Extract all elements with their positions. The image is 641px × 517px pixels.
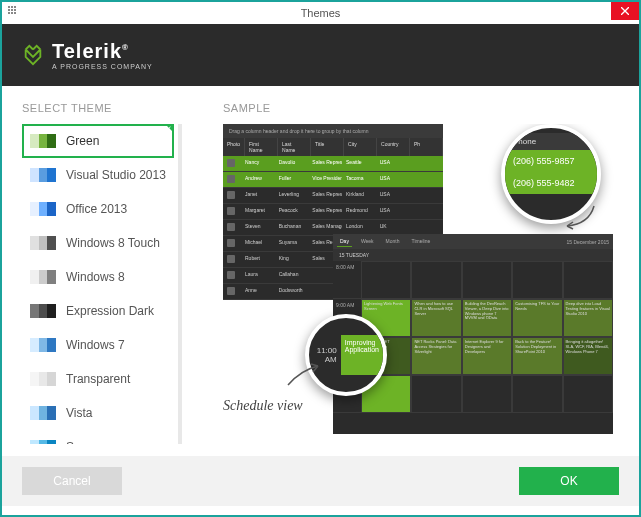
theme-swatch-icon: [30, 338, 56, 352]
theme-swatch-icon: [30, 440, 56, 444]
table-row: MargaretPeacockSales RepresentativeRedmo…: [223, 204, 443, 220]
sample-heading: SAMPLE: [223, 102, 619, 114]
close-icon: [621, 7, 629, 15]
appointment: Deep dive into Load Testing features in …: [563, 299, 613, 337]
theme-label: Visual Studio 2013: [66, 168, 166, 182]
brand-reg: ®: [122, 43, 129, 52]
lens-phone-1: (206) 555-9857: [505, 150, 597, 172]
theme-swatch-icon: [30, 202, 56, 216]
theme-swatch-icon: [30, 372, 56, 386]
appointment: Internet Explorer 9 for Designers and De…: [462, 337, 512, 375]
table-row: JanetLeverlingSales RepresentativeKirkla…: [223, 188, 443, 204]
grid-columns: PhotoFirst NameLast NameTitleCityCountry…: [223, 138, 443, 156]
grid-column-header: City: [344, 138, 377, 156]
grid-annotation: Grid view: [553, 124, 609, 126]
appointment: Back to the Feature! Solution Deployment…: [512, 337, 562, 375]
lens-block: Improving Application: [341, 335, 383, 375]
grid-group-hint: Drag a column header and drop it here to…: [223, 124, 443, 138]
brand-name: Telerik: [52, 40, 122, 62]
grid-column-header: Last Name: [278, 138, 311, 156]
close-button[interactable]: [611, 2, 639, 20]
theme-item[interactable]: Windows 7: [22, 328, 174, 362]
theme-swatch-icon: [30, 236, 56, 250]
svg-rect-2: [14, 6, 16, 8]
theme-label: Summer: [66, 440, 111, 444]
sample-preview: Drag a column header and drop it here to…: [223, 124, 619, 444]
schedule-tab: Month: [383, 236, 403, 247]
theme-label: Transparent: [66, 372, 130, 386]
avatar: [223, 204, 241, 219]
schedule-arrow-icon: [283, 360, 323, 394]
theme-item[interactable]: Office 2013: [22, 192, 174, 226]
theme-swatch-icon: [30, 406, 56, 420]
schedule-tabs: DayWeekMonthTimeline: [337, 236, 433, 247]
svg-rect-5: [14, 9, 16, 11]
app-menu-icon[interactable]: [8, 6, 18, 16]
theme-item[interactable]: Windows 8: [22, 260, 174, 294]
dialog-footer: Cancel OK: [2, 456, 639, 506]
theme-label: Windows 8: [66, 270, 125, 284]
theme-item[interactable]: Expression Dark: [22, 294, 174, 328]
avatar: [223, 156, 241, 171]
schedule-tab: Day: [337, 236, 352, 247]
avatar: [223, 172, 241, 187]
svg-rect-3: [8, 9, 10, 11]
theme-label: Windows 7: [66, 338, 125, 352]
theme-item[interactable]: Summer: [22, 430, 174, 444]
theme-swatch-icon: [30, 134, 56, 148]
schedule-date: 15 December 2015: [566, 239, 609, 245]
theme-label: Windows 8 Touch: [66, 236, 160, 250]
theme-list[interactable]: Green✓Visual Studio 2013Office 2013Windo…: [22, 124, 174, 444]
titlebar: Themes: [2, 2, 639, 24]
appointment: NET Rocks Panel: Data Access Strategies …: [411, 337, 461, 375]
svg-rect-0: [8, 6, 10, 8]
theme-label: Vista: [66, 406, 92, 420]
telerik-logo-icon: [22, 44, 44, 66]
check-icon: ✓: [166, 125, 172, 133]
avatar: [223, 188, 241, 203]
avatar: [223, 252, 241, 267]
theme-swatch-icon: [30, 168, 56, 182]
lens-header: Phone: [505, 133, 597, 150]
select-theme-heading: SELECT THEME: [22, 102, 207, 114]
brand-tagline: A PROGRESS COMPANY: [52, 63, 153, 70]
branding-header: Telerik® A PROGRESS COMPANY: [2, 24, 639, 86]
theme-label: Green: [66, 134, 99, 148]
theme-item[interactable]: Vista: [22, 396, 174, 430]
grid-column-header: Ph: [410, 138, 443, 156]
table-row: NancyDavolioSales RepresentativeSeattleU…: [223, 156, 443, 172]
theme-item[interactable]: Transparent: [22, 362, 174, 396]
avatar: [223, 220, 241, 235]
theme-item[interactable]: Visual Studio 2013: [22, 158, 174, 192]
theme-label: Expression Dark: [66, 304, 154, 318]
cancel-button[interactable]: Cancel: [22, 467, 122, 495]
theme-label: Office 2013: [66, 202, 127, 216]
grid-column-header: First Name: [245, 138, 278, 156]
lens-phone-2: (206) 555-9482: [505, 172, 597, 194]
schedule-tab: Timeline: [409, 236, 434, 247]
svg-rect-7: [11, 12, 13, 14]
table-row: AndrewFullerVice President, SalesTacomaU…: [223, 172, 443, 188]
grid-column-header: Country: [377, 138, 410, 156]
schedule-annotation: Schedule view: [223, 398, 303, 414]
window-title: Themes: [301, 7, 341, 19]
scrollbar[interactable]: [178, 124, 182, 444]
theme-item[interactable]: Green✓: [22, 124, 174, 158]
schedule-cells: Lightening Web Fonts ScreenWhen and how …: [361, 261, 613, 413]
theme-swatch-icon: [30, 304, 56, 318]
grid-arrow-icon: [559, 204, 599, 238]
avatar: [223, 268, 241, 283]
avatar: [223, 236, 241, 251]
svg-rect-8: [14, 12, 16, 14]
theme-item[interactable]: Windows 8 Touch: [22, 226, 174, 260]
svg-rect-1: [11, 6, 13, 8]
appointment: When and how to use CLR in Microsoft SQL…: [411, 299, 461, 337]
appointment: Building the DevReach Viewer, a Deep Div…: [462, 299, 512, 337]
theme-swatch-icon: [30, 270, 56, 284]
ok-button[interactable]: OK: [519, 467, 619, 495]
grid-column-header: Photo: [223, 138, 245, 156]
grid-column-header: Title: [311, 138, 344, 156]
schedule-day-header: 15 TUESDAY: [333, 249, 613, 261]
appointment: Bringing it altogether! SLA, WCF, RIA, B…: [563, 337, 613, 375]
avatar: [223, 284, 241, 299]
